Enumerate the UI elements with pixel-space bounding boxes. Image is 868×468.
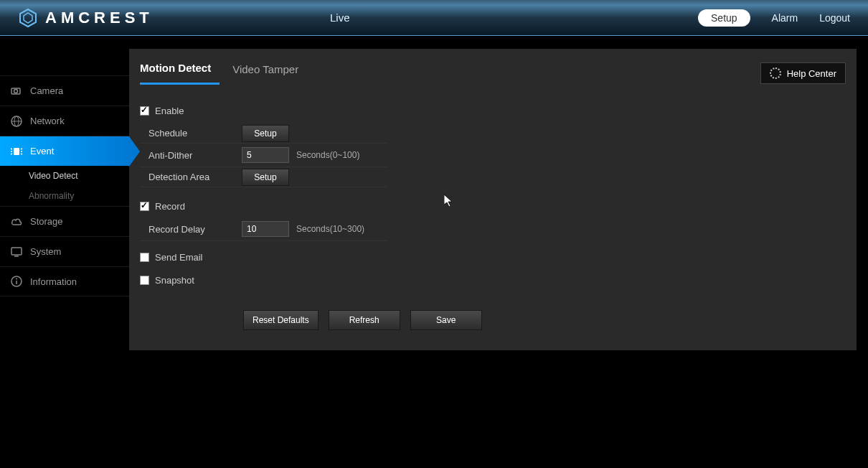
help-center-label: Help Center xyxy=(787,68,836,79)
row-schedule: Schedule Setup xyxy=(140,123,387,144)
monitor-icon xyxy=(10,245,23,258)
row-enable: Enable xyxy=(140,100,846,121)
cloud-icon xyxy=(10,215,23,228)
detection-area-label: Detection Area xyxy=(148,172,242,182)
sidebar-item-system[interactable]: System xyxy=(0,236,129,266)
tab-video-tamper[interactable]: Video Tamper xyxy=(232,63,307,84)
header: AMCREST Live Setup Alarm Logout xyxy=(0,0,868,36)
tabs: Motion Detect Video Tamper Help Center xyxy=(129,49,857,85)
record-delay-hint: Seconds(10~300) xyxy=(296,224,364,234)
nav-alarm[interactable]: Alarm xyxy=(772,12,798,24)
snapshot-checkbox[interactable] xyxy=(140,276,149,285)
row-send-email: Send Email xyxy=(140,247,846,267)
anti-dither-input[interactable] xyxy=(242,147,289,163)
camera-icon xyxy=(10,85,23,98)
logo: AMCREST xyxy=(18,8,154,28)
nav-live[interactable]: Live xyxy=(330,11,350,24)
detection-area-setup-button[interactable]: Setup xyxy=(242,169,289,186)
row-snapshot: Snapshot xyxy=(140,270,846,290)
enable-checkbox[interactable] xyxy=(140,106,149,116)
svg-point-3 xyxy=(14,89,18,93)
globe-icon xyxy=(10,115,23,128)
sidebar-item-storage[interactable]: Storage xyxy=(0,206,129,236)
form: Enable Schedule Setup Anti-Dither Second… xyxy=(129,85,857,343)
content-panel: Motion Detect Video Tamper Help Center E… xyxy=(129,49,857,350)
sidebar-item-label: Information xyxy=(30,276,77,287)
alert-icon xyxy=(10,145,23,158)
svg-marker-1 xyxy=(24,13,32,23)
save-button[interactable]: Save xyxy=(410,310,482,330)
schedule-setup-button[interactable]: Setup xyxy=(242,125,289,142)
svg-marker-0 xyxy=(20,9,36,27)
brand-text: AMCREST xyxy=(45,9,154,27)
row-anti-dither: Anti-Dither Seconds(0~100) xyxy=(140,145,846,165)
sidebar-item-label: Event xyxy=(30,146,54,156)
snapshot-label: Snapshot xyxy=(155,275,194,286)
sidebar-item-label: Camera xyxy=(30,85,63,96)
action-buttons: Reset Defaults Refresh Save xyxy=(243,310,846,330)
sidebar-sub-video-detect[interactable]: Video Detect xyxy=(0,166,129,186)
logo-icon xyxy=(18,8,38,28)
schedule-label: Schedule xyxy=(148,128,242,139)
send-email-checkbox[interactable] xyxy=(140,253,149,262)
sidebar-item-label: Storage xyxy=(30,216,63,227)
anti-dither-hint: Seconds(0~100) xyxy=(296,150,359,160)
help-center-button[interactable]: Help Center xyxy=(760,62,846,84)
send-email-label: Send Email xyxy=(155,252,202,263)
refresh-button[interactable]: Refresh xyxy=(329,310,400,330)
record-label: Record xyxy=(155,201,185,212)
svg-point-12 xyxy=(16,279,17,280)
enable-label: Enable xyxy=(155,106,184,116)
nav-setup[interactable]: Setup xyxy=(698,9,750,27)
svg-rect-7 xyxy=(14,148,19,155)
row-record: Record xyxy=(140,196,846,216)
row-detection-area: Detection Area Setup xyxy=(140,167,387,187)
nav-right: Setup Alarm Logout xyxy=(698,9,850,27)
sidebar-item-event[interactable]: Event xyxy=(0,136,129,166)
svg-rect-8 xyxy=(11,248,22,255)
reset-defaults-button[interactable]: Reset Defaults xyxy=(243,310,319,330)
record-checkbox[interactable] xyxy=(140,202,149,211)
sidebar: Camera Network Event Video Detect Abnorm… xyxy=(0,36,129,350)
anti-dither-label: Anti-Dither xyxy=(148,150,242,161)
row-record-delay: Record Delay Seconds(10~300) xyxy=(140,219,846,239)
help-icon xyxy=(770,67,781,79)
sidebar-item-network[interactable]: Network xyxy=(0,106,129,136)
sidebar-item-information[interactable]: Information xyxy=(0,266,129,296)
sidebar-sub-abnormality[interactable]: Abnormality xyxy=(0,186,129,206)
sidebar-item-camera[interactable]: Camera xyxy=(0,75,129,106)
record-delay-input[interactable] xyxy=(242,221,289,237)
record-delay-label: Record Delay xyxy=(148,224,242,235)
tab-motion-detect[interactable]: Motion Detect xyxy=(140,62,220,85)
sidebar-item-label: System xyxy=(30,246,61,257)
nav-logout[interactable]: Logout xyxy=(819,12,850,24)
sidebar-item-label: Network xyxy=(30,116,65,126)
info-icon xyxy=(10,275,23,288)
